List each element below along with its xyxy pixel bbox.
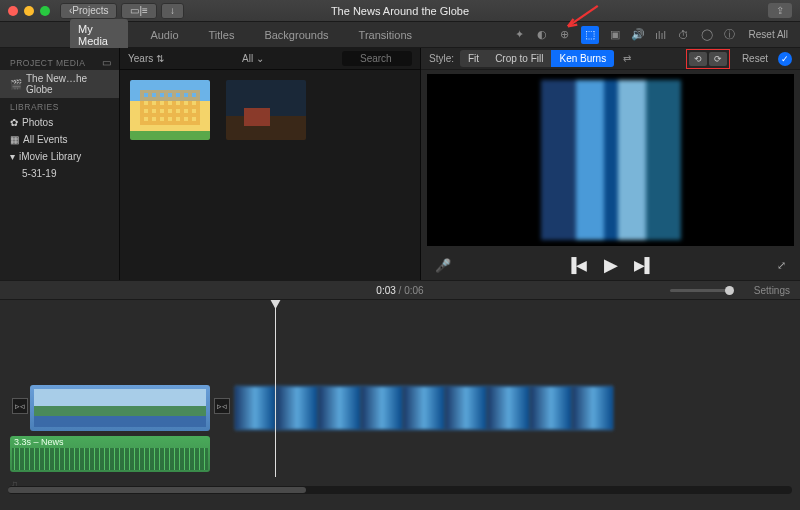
video-clip-1[interactable] <box>30 385 210 431</box>
timeline-scrollbar[interactable] <box>8 486 792 494</box>
libraries-header: LIBRARIES <box>0 98 119 114</box>
share-button[interactable]: ⇪ <box>768 3 792 18</box>
enhance-icon[interactable]: ✦ <box>513 28 527 42</box>
crop-style-segmented: Fit Crop to Fill Ken Burns <box>460 50 614 67</box>
rotate-ccw-button[interactable]: ⟲ <box>689 52 707 66</box>
color-correct-icon[interactable]: ⊕ <box>558 28 572 42</box>
transition-handle[interactable]: ▹◃ <box>12 398 28 414</box>
time-display: 0:03 / 0:06 <box>376 285 423 296</box>
close-window[interactable] <box>8 6 18 16</box>
media-thumbnail[interactable] <box>226 80 306 140</box>
apply-check-button[interactable]: ✓ <box>778 52 792 66</box>
list-view-icon[interactable]: ▭ <box>99 55 113 69</box>
stabilize-icon[interactable]: ▣ <box>608 28 622 42</box>
next-button[interactable]: ▶▌ <box>634 257 655 273</box>
voiceover-icon[interactable]: 🎤 <box>435 258 451 273</box>
tab-my-media[interactable]: My Media <box>70 19 128 51</box>
play-button[interactable]: ▶ <box>604 254 618 276</box>
chevron-down-icon: ⌄ <box>256 53 264 64</box>
volume-icon[interactable]: 🔊 <box>631 28 645 42</box>
timeline[interactable]: ▹◃ ▹◃ ♫ <box>0 300 800 497</box>
playhead[interactable] <box>275 300 276 477</box>
back-projects-button[interactable]: ‹ Projects <box>60 3 117 19</box>
window-title: The News Around the Globe <box>331 5 469 17</box>
search-input[interactable] <box>342 51 412 66</box>
style-label: Style: <box>429 53 454 64</box>
tab-backgrounds[interactable]: Backgrounds <box>256 25 336 45</box>
sidebar-photos[interactable]: ✿Photos <box>0 114 119 131</box>
tab-audio[interactable]: Audio <box>142 25 186 45</box>
sidebar-event-date[interactable]: 5-31-19 <box>0 165 119 182</box>
import-button[interactable]: ↓ <box>161 3 184 19</box>
sidebar-imovie-library[interactable]: ▾iMovie Library <box>0 148 119 165</box>
zoom-window[interactable] <box>40 6 50 16</box>
fullscreen-icon[interactable]: ⤢ <box>777 259 786 272</box>
video-preview[interactable] <box>427 74 794 246</box>
style-crop[interactable]: Crop to Fill <box>487 50 551 67</box>
video-clip-2[interactable] <box>234 385 614 431</box>
speed-icon[interactable]: ⏱ <box>677 28 691 42</box>
crop-icon[interactable]: ⬚ <box>581 26 599 44</box>
photos-icon: ✿ <box>10 117 18 128</box>
zoom-slider[interactable] <box>670 289 730 292</box>
project-media-header: PROJECT MEDIA <box>0 54 95 70</box>
tab-transitions[interactable]: Transitions <box>351 25 420 45</box>
chevron-down-icon: ▾ <box>10 151 15 162</box>
noise-icon[interactable]: ılıl <box>654 28 668 42</box>
player-controls: 🎤 ▐◀ ▶ ▶▌ ⤢ <box>421 250 800 280</box>
filter-icon[interactable]: ◯ <box>700 28 714 42</box>
view-toggle-button[interactable]: ▭|≡ <box>121 3 156 19</box>
sidebar-all-events[interactable]: ▦All Events <box>0 131 119 148</box>
clip-filter-dropdown[interactable]: All ⌄ <box>242 53 264 64</box>
clapper-icon: 🎬 <box>10 79 22 90</box>
project-name-label: The New…he Globe <box>26 73 109 95</box>
rotate-buttons-highlight: ⟲ ⟳ <box>686 49 730 69</box>
rotate-cw-button[interactable]: ⟳ <box>709 52 727 66</box>
traffic-lights <box>8 6 50 16</box>
media-tabbar: My Media Audio Titles Backgrounds Transi… <box>0 22 800 48</box>
back-label: Projects <box>72 5 108 16</box>
year-filter-dropdown[interactable]: Years ⇅ <box>128 53 164 64</box>
audio-clip[interactable] <box>10 436 210 472</box>
reset-all-button[interactable]: Reset All <box>749 29 788 40</box>
project-item[interactable]: 🎬The New…he Globe <box>0 70 119 98</box>
calendar-icon: ▦ <box>10 134 19 145</box>
prev-button[interactable]: ▐◀ <box>567 257 588 273</box>
media-browser: Years ⇅ All ⌄ <box>120 48 420 280</box>
minimize-window[interactable] <box>24 6 34 16</box>
crop-reset-button[interactable]: Reset <box>742 53 768 64</box>
swap-icon[interactable]: ⇄ <box>620 52 634 66</box>
preview-viewer: Style: Fit Crop to Fill Ken Burns ⇄ ⟲ ⟳ … <box>420 48 800 280</box>
media-thumbnail[interactable] <box>130 80 210 140</box>
tab-titles[interactable]: Titles <box>201 25 243 45</box>
style-ken-burns[interactable]: Ken Burns <box>551 50 614 67</box>
timeline-header: 0:03 / 0:06 Settings <box>0 280 800 300</box>
transition-handle[interactable]: ▹◃ <box>214 398 230 414</box>
color-balance-icon[interactable]: ◐ <box>535 28 549 42</box>
preview-frame <box>541 80 681 240</box>
info-icon[interactable]: ⓘ <box>723 28 737 42</box>
library-sidebar: PROJECT MEDIA ▭ 🎬The New…he Globe LIBRAR… <box>0 48 120 280</box>
style-fit[interactable]: Fit <box>460 50 487 67</box>
timeline-settings-button[interactable]: Settings <box>754 285 790 296</box>
sort-icon: ⇅ <box>156 53 164 64</box>
